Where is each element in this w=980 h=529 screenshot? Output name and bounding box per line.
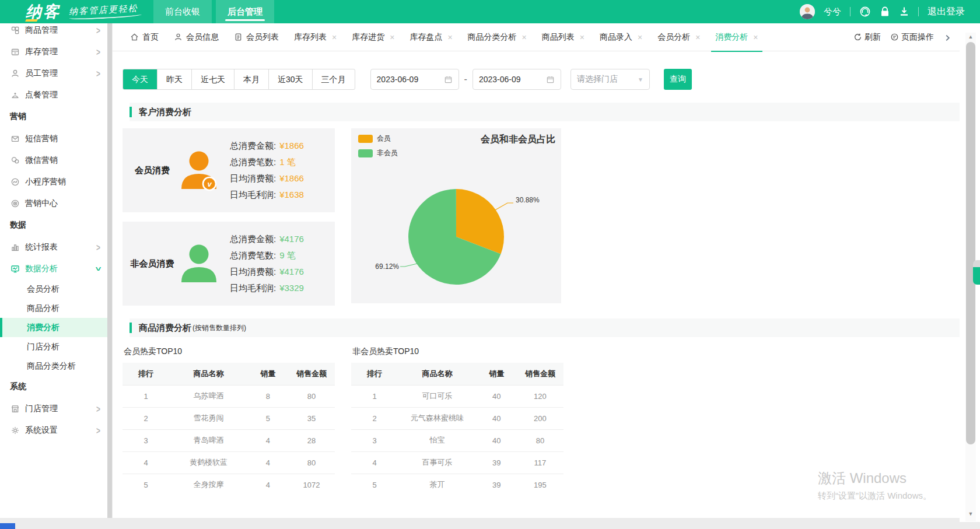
tab-goods-entry[interactable]: 商品录入 × xyxy=(592,23,650,51)
range-today-button[interactable]: 今天 xyxy=(123,69,158,90)
nav-tab-cashier[interactable]: 前台收银 xyxy=(153,0,212,23)
member-top10-title: 会员热卖TOP10 xyxy=(124,346,335,357)
store-select-placeholder: 请选择门店 xyxy=(577,74,618,85)
stat-line: 日均消费额:¥4176 xyxy=(230,264,304,280)
close-icon[interactable]: × xyxy=(580,33,584,42)
username[interactable]: 兮兮 xyxy=(824,6,841,17)
tab-member-analysis[interactable]: 会员分析 × xyxy=(650,23,708,51)
close-icon[interactable]: × xyxy=(447,33,452,42)
end-date-input[interactable] xyxy=(473,69,561,90)
table-row: 4黄鹤楼软蓝480 xyxy=(123,451,335,474)
logout-button[interactable]: 退出登录 xyxy=(928,6,965,18)
sidebar-item-marketing-center[interactable]: 营销中心 xyxy=(0,192,108,214)
nonmember-top10-table: 排行 商品名称 销量 销售金额 1可口可乐40120 2元气森林蜜桃味40200… xyxy=(351,363,564,496)
tab-category-analysis[interactable]: 商品分类分析 × xyxy=(460,23,534,51)
pie-legend: 会员 非会员 xyxy=(358,134,398,163)
page-operations-button[interactable]: 页面操作 xyxy=(890,32,934,43)
windows-activation-watermark: 激活 Windows 转到“设置”以激活 Windows。 xyxy=(818,469,932,502)
sidebar-item-system-settings[interactable]: 系统设置 > xyxy=(0,419,108,441)
sidebar-subitem-consumption-analysis[interactable]: 消费分析 xyxy=(0,318,108,337)
sidebar-item-miniprogram-marketing[interactable]: 小程序营销 xyxy=(0,171,108,192)
sidebar-item-staff-mgmt[interactable]: 员工管理 > xyxy=(0,62,108,84)
sidebar-scrollbar[interactable] xyxy=(107,23,112,518)
sidebar-item-statistics-report[interactable]: 统计报表 > xyxy=(0,236,108,258)
range-thismonth-button[interactable]: 本月 xyxy=(235,69,269,89)
col-amount: 销售金额 xyxy=(288,363,335,385)
member-ratio-pie-chart: 会员和非会员占比 会员 非会员 xyxy=(351,128,561,303)
member-top10-table: 排行 商品名称 销量 销售金额 1乌苏啤酒880 2雪花勇闯535 3青岛啤酒4… xyxy=(123,363,335,496)
target-icon xyxy=(10,199,20,208)
customer-service-icon[interactable] xyxy=(859,6,871,17)
col-qty: 销量 xyxy=(248,363,288,385)
lock-icon[interactable] xyxy=(880,6,890,17)
sidebar-item-goods-mgmt[interactable]: 商品管理 > xyxy=(0,23,108,41)
staff-icon xyxy=(10,69,20,78)
sidebar-item-store-mgmt[interactable]: 门店管理 > xyxy=(0,398,108,419)
sidebar-item-ordering-mgmt[interactable]: 点餐管理 xyxy=(0,84,108,106)
side-panel-toggle-cap xyxy=(973,260,980,267)
sidebar-subitem-store-analysis[interactable]: 门店分析 xyxy=(0,337,108,356)
stat-line: 日均毛利润:¥1638 xyxy=(230,187,304,203)
start-date-input[interactable] xyxy=(370,69,459,90)
sidebar-subitem-member-analysis[interactable]: 会员分析 xyxy=(0,279,108,299)
sidebar-item-wechat-marketing[interactable]: 微信营销 xyxy=(0,149,108,171)
scroll-up-arrow[interactable]: ▲ xyxy=(965,34,976,40)
download-icon[interactable] xyxy=(899,6,909,17)
col-rank: 排行 xyxy=(351,363,398,385)
legend-item-member[interactable]: 会员 xyxy=(358,134,398,143)
tab-goods-list[interactable]: 商品列表 × xyxy=(534,23,592,51)
sidebar-subitem-category-analysis[interactable]: 商品分类分析 xyxy=(0,356,108,376)
wechat-icon xyxy=(10,156,20,165)
tab-inventory-list[interactable]: 库存列表 × xyxy=(286,23,344,51)
range-last30days-button[interactable]: 近30天 xyxy=(269,69,313,89)
miniprogram-icon xyxy=(10,177,20,187)
refresh-button[interactable]: 刷新 xyxy=(853,32,881,43)
vertical-scrollbar-thumb[interactable] xyxy=(966,42,975,444)
col-name: 商品名称 xyxy=(398,363,477,385)
end-date-value[interactable] xyxy=(479,75,537,84)
stat-value: ¥3329 xyxy=(279,280,304,296)
tab-member-info[interactable]: 会员信息 xyxy=(166,23,226,51)
tab-member-list[interactable]: 会员列表 xyxy=(226,23,286,51)
sms-icon xyxy=(10,134,20,143)
stat-value: 9 笔 xyxy=(279,247,296,264)
query-button[interactable]: 查询 xyxy=(664,69,692,90)
close-icon[interactable]: × xyxy=(638,33,642,42)
stat-line: 日均毛利润:¥3329 xyxy=(230,280,304,296)
member-person-icon: v xyxy=(176,148,222,193)
tab-consumption-analysis[interactable]: 消费分析 × xyxy=(708,23,765,51)
sidebar-subitem-goods-analysis[interactable]: 商品分析 xyxy=(0,299,108,318)
side-panel-toggle[interactable] xyxy=(973,260,980,285)
nonmember-person-icon xyxy=(176,241,222,286)
stat-value: ¥1638 xyxy=(279,187,304,203)
legend-item-nonmember[interactable]: 非会员 xyxy=(358,148,398,158)
start-date-value[interactable] xyxy=(377,75,435,84)
main-nav: 前台收银 后台管理 xyxy=(153,0,278,23)
tab-inventory-purchase[interactable]: 库存进货 × xyxy=(344,23,402,51)
sidebar-item-data-analysis[interactable]: 数据分析 > xyxy=(0,258,108,279)
chevron-right-icon[interactable] xyxy=(943,32,951,41)
sidebar-item-sms-marketing[interactable]: 短信营销 xyxy=(0,128,108,149)
nonmember-consumption-card: 非会员消费 总消费金额:¥4176 总消费笔数:9 笔 日均消费额:¥4176 … xyxy=(123,222,335,306)
range-threemonths-button[interactable]: 三个月 xyxy=(313,69,355,89)
range-last7days-button[interactable]: 近七天 xyxy=(192,69,235,89)
avatar[interactable] xyxy=(800,4,815,19)
range-yesterday-button[interactable]: 昨天 xyxy=(158,69,192,89)
table-row: 1乌苏啤酒880 xyxy=(123,385,335,407)
stat-value: 1 笔 xyxy=(279,154,296,170)
watermark-line1: 激活 Windows xyxy=(818,469,932,488)
close-icon[interactable]: × xyxy=(753,33,758,42)
divider xyxy=(918,7,919,16)
tab-home[interactable]: 首页 xyxy=(123,23,166,51)
store-select[interactable]: 请选择门店 ▼ xyxy=(570,69,650,90)
scroll-down-arrow[interactable]: ▼ xyxy=(965,511,976,517)
close-icon[interactable]: × xyxy=(695,33,700,42)
sidebar-item-inventory-mgmt[interactable]: 库存管理 > xyxy=(0,41,108,62)
tab-inventory-check[interactable]: 库存盘点 × xyxy=(402,23,460,51)
nav-tab-backoffice[interactable]: 后台管理 xyxy=(216,0,274,23)
calendar-icon xyxy=(546,75,555,84)
close-icon[interactable]: × xyxy=(390,33,394,42)
close-icon[interactable]: × xyxy=(332,33,337,42)
close-icon[interactable]: × xyxy=(522,33,527,42)
store-icon xyxy=(10,404,20,414)
